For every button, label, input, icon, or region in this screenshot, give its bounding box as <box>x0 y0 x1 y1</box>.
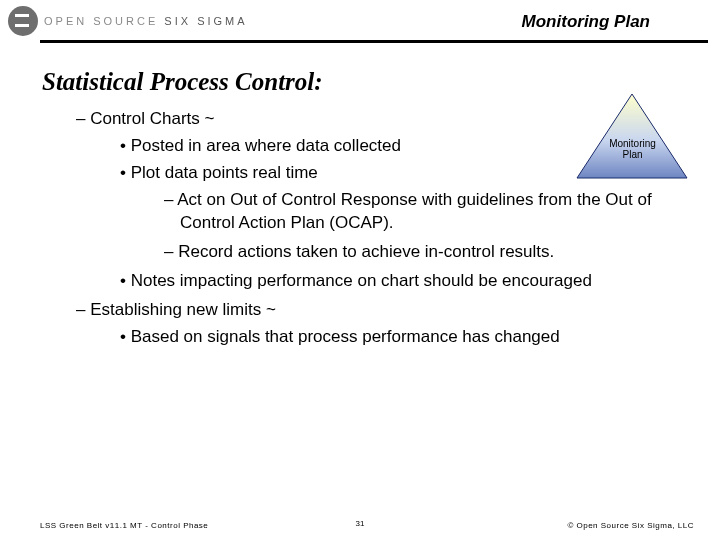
slide-footer: LSS Green Belt v11.1 MT - Control Phase … <box>0 510 720 530</box>
bullet-l2: Based on signals that process performanc… <box>120 326 690 349</box>
bullet-l2: Plot data points real time <box>120 162 690 185</box>
footer-right: © Open Source Six Sigma, LLC <box>567 521 694 530</box>
brand-logo: OPEN SOURCE SIX SIGMA <box>8 6 248 36</box>
brand-logo-icon <box>8 6 38 36</box>
slide: OPEN SOURCE SIX SIGMA Monitoring Plan St… <box>0 0 720 540</box>
brand-name-b: SIX SIGMA <box>164 15 247 27</box>
slide-header: OPEN SOURCE SIX SIGMA Monitoring Plan <box>0 0 720 46</box>
brand-logo-text: OPEN SOURCE SIX SIGMA <box>44 15 248 27</box>
header-rule <box>40 40 708 43</box>
bullet-l3: Record actions taken to achieve in-contr… <box>164 241 690 264</box>
header-title: Monitoring Plan <box>522 12 650 32</box>
slide-body: Control Charts ~ Posted in area where da… <box>42 108 690 352</box>
section-title: Statistical Process Control: <box>42 68 323 96</box>
brand-name-a: OPEN SOURCE <box>44 15 158 27</box>
bullet-l2: Posted in area where data collected <box>120 135 690 158</box>
bullet-l3: Act on Out of Control Response with guid… <box>164 189 690 235</box>
bullet-l2: Notes impacting performance on chart sho… <box>120 270 690 293</box>
bullet-l1: Establishing new limits ~ <box>76 299 690 322</box>
bullet-l1: Control Charts ~ <box>76 108 690 131</box>
